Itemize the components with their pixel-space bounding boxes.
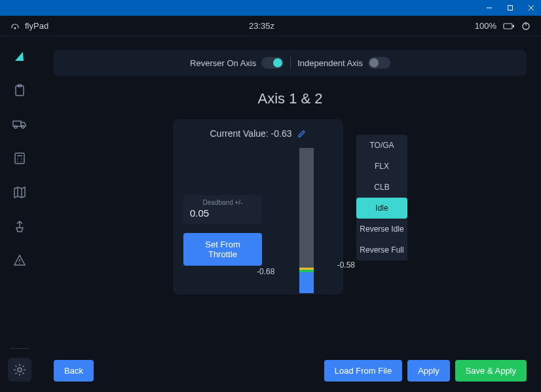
sidebar-atc-icon[interactable] xyxy=(12,219,28,234)
edit-icon[interactable] xyxy=(297,129,307,138)
deadband-input[interactable]: Deadband +/- 0.05 xyxy=(183,195,262,224)
svg-point-16 xyxy=(17,158,18,160)
independent-toggle[interactable] xyxy=(368,57,390,69)
svg-point-13 xyxy=(22,126,24,128)
detent-flx[interactable]: FLX xyxy=(356,156,407,177)
sidebar-map-icon[interactable] xyxy=(12,185,28,200)
detent-idle[interactable]: Idle xyxy=(356,198,407,219)
toggle-bar: Reverser On Axis Independent Axis xyxy=(54,50,527,76)
svg-point-19 xyxy=(21,161,22,162)
battery-percentage: 100% xyxy=(475,21,496,31)
svg-point-4 xyxy=(14,27,16,29)
detent-reverse-full[interactable]: Reverse Full xyxy=(356,240,407,260)
maximize-button[interactable] xyxy=(506,3,515,12)
sidebar-clipboard-icon[interactable] xyxy=(12,82,28,98)
gauge-value-left: -0.68 xyxy=(257,267,274,276)
svg-point-18 xyxy=(17,161,18,162)
gear-icon xyxy=(13,363,26,376)
svg-rect-14 xyxy=(15,153,24,164)
app-name: flyPad xyxy=(25,21,48,31)
deadband-label: Deadband +/- xyxy=(190,199,255,206)
svg-rect-5 xyxy=(504,24,512,29)
svg-point-23 xyxy=(19,263,20,264)
throttle-gauge: -0.68 -0.58 xyxy=(280,148,333,293)
current-value-label: Current Value: -0.63 xyxy=(210,128,291,139)
sidebar-divider xyxy=(10,348,29,349)
save-apply-button[interactable]: Save & Apply xyxy=(455,360,527,382)
status-bar: flyPad 23:35z 100% xyxy=(0,16,541,37)
svg-rect-6 xyxy=(513,25,514,27)
battery-icon xyxy=(503,22,515,30)
gauge-marker-yellow xyxy=(299,268,314,270)
power-icon[interactable] xyxy=(521,22,531,31)
signal-icon xyxy=(10,22,20,31)
svg-point-12 xyxy=(14,126,17,128)
gauge-marker-green xyxy=(299,270,314,272)
detent-reverse-idle[interactable]: Reverse Idle xyxy=(356,219,407,240)
svg-point-17 xyxy=(21,158,22,160)
window-titlebar xyxy=(0,0,541,16)
axis-title: Axis 1 & 2 xyxy=(54,90,527,107)
svg-point-24 xyxy=(18,368,22,372)
minimize-button[interactable] xyxy=(485,3,494,12)
independent-toggle-label: Independent Axis xyxy=(297,58,363,68)
back-button[interactable]: Back xyxy=(54,360,94,382)
detent-clb[interactable]: CLB xyxy=(356,177,407,198)
sidebar-calculator-icon[interactable] xyxy=(12,151,28,166)
reverser-toggle-label: Reverser On Axis xyxy=(190,58,256,68)
svg-rect-11 xyxy=(13,121,21,126)
apply-button[interactable]: Apply xyxy=(407,360,450,382)
detent-toga[interactable]: TO/GA xyxy=(356,135,407,156)
close-button[interactable] xyxy=(527,3,536,12)
axis-config-panel: Current Value: -0.63 Deadband +/- 0.05 S… xyxy=(173,119,343,294)
sidebar-warning-icon[interactable] xyxy=(12,253,28,268)
bottom-button-bar: Back Load From File Apply Save & Apply xyxy=(54,360,527,382)
detent-list: TO/GA FLX CLB Idle Reverse Idle Reverse … xyxy=(356,135,407,260)
svg-rect-1 xyxy=(508,6,513,10)
content-area: Reverser On Axis Independent Axis Axis 1… xyxy=(39,37,541,392)
load-from-file-button[interactable]: Load From File xyxy=(324,360,402,382)
sidebar-truck-icon[interactable] xyxy=(12,116,28,132)
clock: 23:35z xyxy=(249,21,274,31)
sidebar-settings-button[interactable] xyxy=(8,358,31,382)
gauge-fill xyxy=(299,272,314,293)
gauge-value-right: -0.58 xyxy=(337,260,355,270)
set-from-throttle-button[interactable]: Set From Throttle xyxy=(183,233,262,266)
sidebar-tailfin-icon[interactable] xyxy=(12,48,28,64)
deadband-value: 0.05 xyxy=(190,207,255,219)
toggle-divider xyxy=(290,57,291,69)
sidebar xyxy=(0,37,39,392)
reverser-toggle[interactable] xyxy=(261,57,284,69)
